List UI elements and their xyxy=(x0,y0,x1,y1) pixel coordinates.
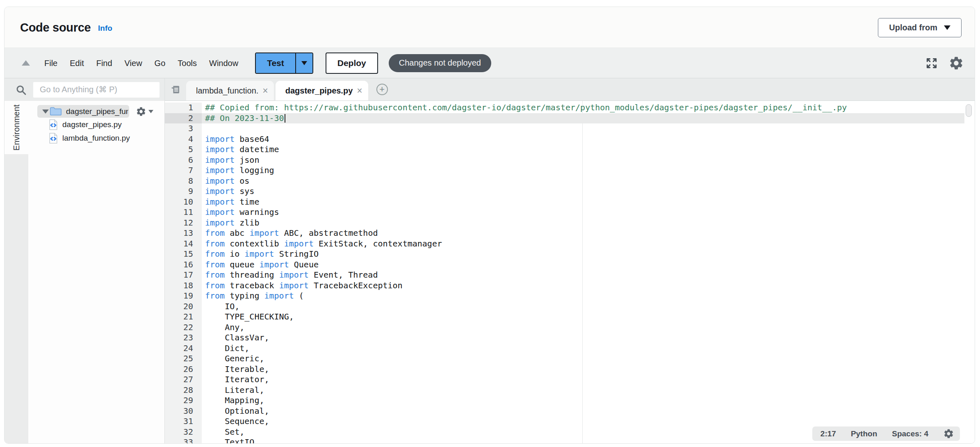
caret-down-icon[interactable] xyxy=(148,110,153,113)
code-text: Sequence, xyxy=(202,416,269,427)
file-label: lambda_function.py xyxy=(62,134,130,143)
code-line-12[interactable]: 12import zlib xyxy=(165,218,964,228)
code-line-24[interactable]: 24 Dict, xyxy=(165,343,964,354)
file-label: dagster_pipes.py xyxy=(62,120,122,129)
caret-down-icon xyxy=(944,25,950,30)
code-editor[interactable]: 1## Copied from: https://raw.githubuserc… xyxy=(165,101,975,444)
tree-folder-row[interactable]: dagster_pipes_funct xyxy=(28,105,164,118)
chevron-down-icon[interactable] xyxy=(42,109,49,114)
code-line-30[interactable]: 30 Optional, xyxy=(165,406,964,417)
editor-settings-gear-icon[interactable] xyxy=(943,428,954,439)
menu-view[interactable]: View xyxy=(119,48,148,78)
code-text: import zlib xyxy=(202,218,259,228)
tree-file-lambda-function-py[interactable]: lambda_function.py xyxy=(28,131,164,145)
code-line-17[interactable]: 17from threading import Event, Thread xyxy=(165,270,964,281)
code-text: Set, xyxy=(202,427,244,438)
code-line-11[interactable]: 11import warnings xyxy=(165,207,964,218)
close-icon[interactable]: × xyxy=(357,86,362,96)
code-line-15[interactable]: 15from io import StringIO xyxy=(165,249,964,260)
close-icon[interactable]: × xyxy=(262,86,268,96)
code-line-25[interactable]: 25 Generic, xyxy=(165,353,964,364)
cursor-position[interactable]: 2:17 xyxy=(820,429,836,438)
code-text: from traceback import TracebackException xyxy=(202,281,403,291)
menu-file[interactable]: File xyxy=(38,48,64,78)
collapse-panel-icon[interactable] xyxy=(22,60,30,66)
environment-strip: Environment xyxy=(5,101,28,444)
code-line-19[interactable]: 19from typing import ( xyxy=(165,291,964,301)
code-line-20[interactable]: 20 IO, xyxy=(165,301,964,312)
code-line-27[interactable]: 27 Iterator, xyxy=(165,374,964,385)
code-line-10[interactable]: 10import time xyxy=(165,197,964,208)
code-line-26[interactable]: 26 Iterable, xyxy=(165,364,964,375)
menu-find[interactable]: Find xyxy=(90,48,119,78)
line-number: 7 xyxy=(165,165,202,176)
menu-tools[interactable]: Tools xyxy=(171,48,203,78)
line-number: 23 xyxy=(165,333,202,343)
search-icon xyxy=(15,84,27,96)
test-button[interactable]: Test xyxy=(256,53,295,73)
code-line-6[interactable]: 6import json xyxy=(165,155,964,166)
code-line-2[interactable]: 2## On 2023-11-30 xyxy=(165,113,964,124)
code-line-1[interactable]: 1## Copied from: https://raw.githubuserc… xyxy=(165,103,964,113)
code-line-31[interactable]: 31 Sequence, xyxy=(165,416,964,427)
folder-label: dagster_pipes_funct xyxy=(66,107,128,116)
code-line-4[interactable]: 4import base64 xyxy=(165,134,964,145)
line-number: 13 xyxy=(165,228,202,239)
menu-edit[interactable]: Edit xyxy=(64,48,90,78)
code-line-3[interactable]: 3 xyxy=(165,123,964,134)
tab-dagster-pipes-py[interactable]: dagster_pipes.py× xyxy=(276,81,368,100)
menu-bar: FileEditFindViewGoToolsWindow Test Deplo… xyxy=(5,48,975,78)
code-line-9[interactable]: 9import sys xyxy=(165,186,964,197)
code-line-5[interactable]: 5import datetime xyxy=(165,144,964,155)
settings-gear-icon[interactable] xyxy=(948,55,964,71)
line-number: 11 xyxy=(165,207,202,218)
code-line-16[interactable]: 16from queue import Queue xyxy=(165,260,964,270)
code-lines: 1## Copied from: https://raw.githubuserc… xyxy=(165,103,964,444)
indentation-setting[interactable]: Spaces: 4 xyxy=(892,429,928,438)
code-source-panel: Code source Info Upload from FileEditFin… xyxy=(4,7,975,444)
code-text: import base64 xyxy=(202,134,269,145)
code-line-28[interactable]: 28 Literal, xyxy=(165,385,964,396)
line-number: 16 xyxy=(165,260,202,270)
code-line-7[interactable]: 7import logging xyxy=(165,165,964,176)
code-line-22[interactable]: 22 Any, xyxy=(165,322,964,333)
tree-settings-gear-icon[interactable] xyxy=(136,106,146,117)
code-text: from contextlib import ExitStack, contex… xyxy=(202,239,442,249)
code-line-21[interactable]: 21 TYPE_CHECKING, xyxy=(165,312,964,322)
tree-file-dagster-pipes-py[interactable]: dagster_pipes.py xyxy=(28,118,164,131)
menu-window[interactable]: Window xyxy=(203,48,244,78)
code-line-23[interactable]: 23 ClassVar, xyxy=(165,333,964,343)
language-mode[interactable]: Python xyxy=(851,429,877,438)
tree-files: dagster_pipes.pylambda_function.py xyxy=(28,118,164,145)
deploy-button[interactable]: Deploy xyxy=(326,52,378,74)
code-text: import logging xyxy=(202,165,274,176)
tab-lambda-function[interactable]: lambda_function.× xyxy=(186,81,274,100)
fullscreen-icon[interactable] xyxy=(925,57,938,69)
test-dropdown-button[interactable] xyxy=(295,53,312,73)
code-text: import datetime xyxy=(202,144,279,155)
line-number: 28 xyxy=(165,385,202,396)
line-number: 18 xyxy=(165,281,202,291)
line-number: 10 xyxy=(165,197,202,208)
info-link[interactable]: Info xyxy=(98,24,112,33)
code-text: Dict, xyxy=(202,343,249,354)
code-line-14[interactable]: 14from contextlib import ExitStack, cont… xyxy=(165,239,964,249)
code-text: Literal, xyxy=(202,385,264,396)
menu-go[interactable]: Go xyxy=(148,48,172,78)
code-text: import json xyxy=(202,155,259,166)
add-tab-icon[interactable]: + xyxy=(376,84,388,95)
code-line-29[interactable]: 29 Mapping, xyxy=(165,395,964,406)
code-line-13[interactable]: 13from abc import ABC, abstractmethod xyxy=(165,228,964,239)
code-text: Any, xyxy=(202,322,244,333)
upload-from-button[interactable]: Upload from xyxy=(878,18,962,37)
tab-environment[interactable]: Environment xyxy=(5,101,28,154)
vertical-scrollbar-thumb[interactable] xyxy=(966,104,972,117)
code-text: Iterable, xyxy=(202,364,269,375)
code-line-18[interactable]: 18from traceback import TracebackExcepti… xyxy=(165,281,964,291)
code-line-8[interactable]: 8import os xyxy=(165,176,964,187)
code-text: TYPE_CHECKING, xyxy=(202,312,294,322)
go-to-anything-input[interactable] xyxy=(33,82,160,98)
sidebar-body: Environment dagster_pipes_funct dagster_… xyxy=(5,101,164,444)
open-files-list-icon[interactable] xyxy=(170,84,181,95)
line-number: 6 xyxy=(165,155,202,166)
